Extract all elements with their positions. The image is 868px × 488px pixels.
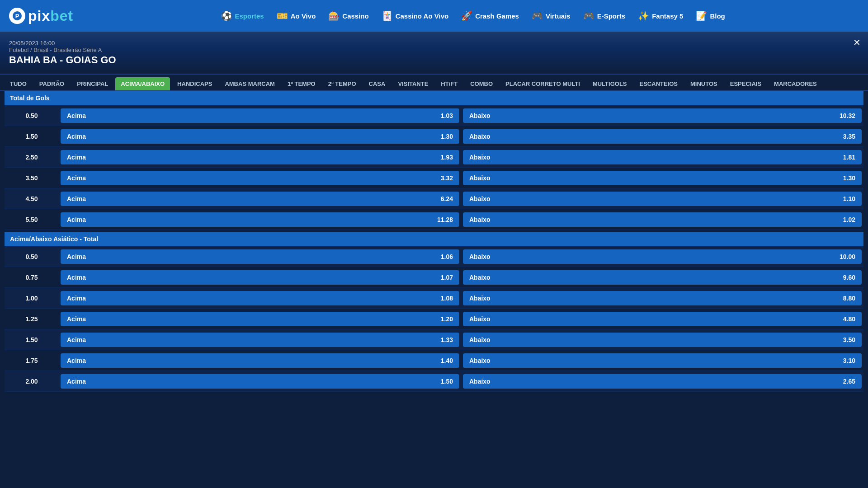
acima-label: Acima xyxy=(67,357,86,364)
logo-text: pixbet xyxy=(28,8,73,24)
bet-acima-btn[interactable]: Acima1.03 xyxy=(61,108,459,123)
section-total-gols: Total de Gols0.50Acima1.03Abaixo10.321.5… xyxy=(5,91,863,230)
abaixo-odds: 10.00 xyxy=(840,253,855,260)
nav-item-aovivo[interactable]: 🎫Ao Vivo xyxy=(277,10,316,21)
bet-abaixo-btn[interactable]: Abaixo9.60 xyxy=(463,270,862,285)
tab-tudo[interactable]: TUDO xyxy=(5,77,32,90)
section-acima-abaixo-asiatico: Acima/Abaixo Asiático - Total0.50Acima1.… xyxy=(5,232,863,392)
nav-item-cassino-ao-vivo[interactable]: 🃏Cassino Ao Vivo xyxy=(382,10,449,21)
nav-item-crash-games[interactable]: 🚀Crash Games xyxy=(461,10,519,21)
acima-label: Acima xyxy=(67,336,86,343)
row-handicap-label: 2.00 xyxy=(5,378,59,385)
bet-abaixo-btn[interactable]: Abaixo10.32 xyxy=(463,108,862,123)
acima-label: Acima xyxy=(67,216,86,223)
odds-row: 2.50Acima1.93Abaixo1.81 xyxy=(5,147,863,168)
tab-padrao[interactable]: PADRÃO xyxy=(34,77,70,90)
nav-item-cassino[interactable]: 🎰Cassino xyxy=(328,10,368,21)
tab-acima-abaixo[interactable]: ACIMA/ABAIXO xyxy=(115,77,170,90)
tab-multigols[interactable]: MULTIGOLS xyxy=(587,77,632,90)
odds-row: 0.50Acima1.06Abaixo10.00 xyxy=(5,246,863,267)
nav-item-blog[interactable]: 📝Blog xyxy=(696,10,725,21)
bet-abaixo-btn[interactable]: Abaixo1.81 xyxy=(463,150,862,164)
bet-abaixo-btn[interactable]: Abaixo1.10 xyxy=(463,192,862,206)
bet-acima-btn[interactable]: Acima1.93 xyxy=(61,150,459,164)
tab-placar-correto-multi[interactable]: PLACAR CORRETO MULTI xyxy=(500,77,585,90)
tab-handicaps[interactable]: HANDICAPS xyxy=(172,77,217,90)
bet-acima-btn[interactable]: Acima1.08 xyxy=(61,291,459,305)
tab-htft[interactable]: HT/FT xyxy=(435,77,463,90)
acima-label: Acima xyxy=(67,112,86,119)
tab-1tempo[interactable]: 1º TEMPO xyxy=(282,77,321,90)
bet-acima-btn[interactable]: Acima1.06 xyxy=(61,249,459,264)
bet-abaixo-btn[interactable]: Abaixo4.80 xyxy=(463,312,862,326)
tab-minutos[interactable]: MINUTOS xyxy=(685,77,723,90)
tab-especiais[interactable]: ESPECIAIS xyxy=(725,77,767,90)
odds-row: 5.50Acima11.28Abaixo1.02 xyxy=(5,209,863,230)
tab-ambas-marcam[interactable]: AMBAS MARCAM xyxy=(219,77,280,90)
bet-abaixo-btn[interactable]: Abaixo3.35 xyxy=(463,129,862,144)
abaixo-label: Abaixo xyxy=(469,357,491,364)
bet-acima-btn[interactable]: Acima1.50 xyxy=(61,374,459,389)
bet-acima-btn[interactable]: Acima1.20 xyxy=(61,312,459,326)
acima-label: Acima xyxy=(67,378,86,385)
abaixo-label: Abaixo xyxy=(469,253,491,260)
abaixo-odds: 1.10 xyxy=(843,195,855,202)
aovivo-icon: 🎫 xyxy=(277,10,288,21)
bet-abaixo-btn[interactable]: Abaixo1.30 xyxy=(463,171,862,185)
odds-row: 1.75Acima1.40Abaixo3.10 xyxy=(5,350,863,371)
acima-odds: 1.06 xyxy=(441,253,453,260)
header: P pixbet ⚽Esportes🎫Ao Vivo🎰Cassino🃏Cassi… xyxy=(0,0,868,32)
abaixo-odds: 10.32 xyxy=(840,112,855,119)
abaixo-odds: 2.65 xyxy=(843,378,855,385)
bet-abaixo-btn[interactable]: Abaixo2.65 xyxy=(463,374,862,389)
tab-principal[interactable]: PRINCIPAL xyxy=(71,77,113,90)
bet-abaixo-btn[interactable]: Abaixo3.50 xyxy=(463,333,862,347)
bet-abaixo-btn[interactable]: Abaixo3.10 xyxy=(463,353,862,368)
bet-acima-btn[interactable]: Acima1.07 xyxy=(61,270,459,285)
bet-acima-btn[interactable]: Acima6.24 xyxy=(61,192,459,206)
nav-label-crash-games: Crash Games xyxy=(475,12,519,20)
nav-label-blog: Blog xyxy=(710,12,725,20)
nav-item-virtuais[interactable]: 🎮Virtuais xyxy=(532,10,571,21)
bet-abaixo-btn[interactable]: Abaixo10.00 xyxy=(463,249,862,264)
bet-abaixo-btn[interactable]: Abaixo8.80 xyxy=(463,291,862,305)
tab-escanteios[interactable]: ESCANTEIOS xyxy=(634,77,684,90)
row-handicap-label: 1.25 xyxy=(5,315,59,323)
abaixo-label: Abaixo xyxy=(469,195,491,202)
logo[interactable]: P pixbet xyxy=(9,8,73,24)
bet-acima-btn[interactable]: Acima1.40 xyxy=(61,353,459,368)
tab-visitante[interactable]: VISITANTE xyxy=(392,77,434,90)
acima-label: Acima xyxy=(67,133,86,140)
acima-odds: 1.33 xyxy=(441,336,453,343)
match-title: BAHIA BA - GOIAS GO xyxy=(9,54,859,66)
acima-label: Acima xyxy=(67,174,86,182)
cassino-ao-vivo-icon: 🃏 xyxy=(382,10,393,21)
acima-label: Acima xyxy=(67,295,86,302)
logo-icon: P xyxy=(9,8,25,24)
bet-acima-btn[interactable]: Acima1.30 xyxy=(61,129,459,144)
bet-acima-btn[interactable]: Acima3.32 xyxy=(61,171,459,185)
abaixo-odds: 8.80 xyxy=(843,295,855,302)
odds-row: 1.50Acima1.30Abaixo3.35 xyxy=(5,126,863,147)
acima-odds: 11.28 xyxy=(437,216,453,223)
tab-casa[interactable]: CASA xyxy=(363,77,391,90)
acima-odds: 1.07 xyxy=(441,274,453,281)
tab-combo[interactable]: COMBO xyxy=(465,77,498,90)
tab-2tempo[interactable]: 2º TEMPO xyxy=(323,77,362,90)
tab-marcadores[interactable]: MARCADORES xyxy=(769,77,822,90)
nav-item-esportes[interactable]: ⚽Esportes xyxy=(221,10,264,21)
abaixo-odds: 1.81 xyxy=(843,154,855,161)
bet-acima-btn[interactable]: Acima11.28 xyxy=(61,212,459,227)
nav-label-esportes: Esportes xyxy=(235,12,264,20)
odds-row: 4.50Acima6.24Abaixo1.10 xyxy=(5,188,863,209)
bet-abaixo-btn[interactable]: Abaixo1.02 xyxy=(463,212,862,227)
nav-item-fantasy5[interactable]: ✨Fantasy 5 xyxy=(638,10,683,21)
nav-item-e-sports[interactable]: 🎮E-Sports xyxy=(583,10,626,21)
bet-acima-btn[interactable]: Acima1.33 xyxy=(61,333,459,347)
odds-row: 2.00Acima1.50Abaixo2.65 xyxy=(5,371,863,392)
abaixo-label: Abaixo xyxy=(469,133,491,140)
row-handicap-label: 3.50 xyxy=(5,174,59,182)
nav-label-fantasy5: Fantasy 5 xyxy=(652,12,683,20)
odds-row: 0.50Acima1.03Abaixo10.32 xyxy=(5,105,863,126)
close-button[interactable]: ✕ xyxy=(853,37,861,48)
